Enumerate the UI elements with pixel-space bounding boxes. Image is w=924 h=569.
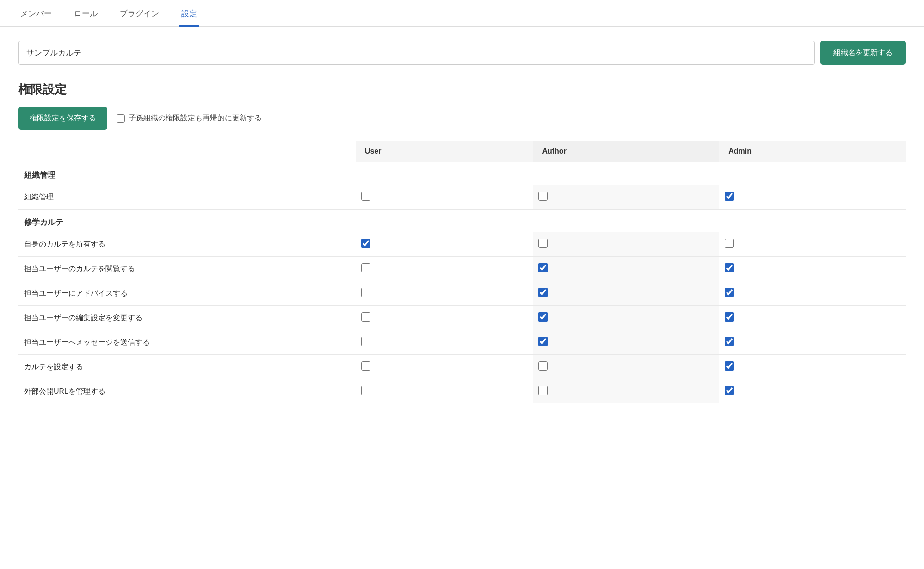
permissions-table: User Author Admin 組織管理 組織管理 修学カルテ 自身のカルテ…	[18, 141, 906, 403]
row-label: 担当ユーザーの編集設定を変更する	[18, 306, 356, 330]
checkbox-cell	[356, 185, 533, 210]
tab-bar: メンバー ロール プラグイン 設定	[0, 0, 924, 27]
table-row: 担当ユーザーへメッセージを送信する	[18, 330, 906, 355]
row-label: カルテを設定する	[18, 355, 356, 379]
permission-checkbox[interactable]	[361, 263, 370, 272]
search-row: 組織名を更新する	[18, 41, 906, 65]
tab-settings[interactable]: 設定	[179, 0, 199, 27]
checkbox-cell	[719, 232, 906, 257]
col-header-user: User	[356, 141, 533, 162]
tab-plugins[interactable]: プラグイン	[118, 0, 161, 27]
permission-checkbox[interactable]	[725, 337, 734, 346]
permission-checkbox[interactable]	[361, 288, 370, 297]
permission-checkbox[interactable]	[538, 239, 548, 248]
recursive-update-checkbox[interactable]	[117, 114, 125, 123]
recursive-update-text: 子孫組織の権限設定も再帰的に更新する	[129, 113, 262, 123]
permission-checkbox[interactable]	[725, 361, 734, 371]
checkbox-cell	[533, 330, 719, 355]
col-header-feature	[18, 141, 356, 162]
col-header-admin: Admin	[719, 141, 906, 162]
checkbox-cell	[533, 379, 719, 404]
permission-checkbox[interactable]	[725, 312, 734, 322]
checkbox-cell	[533, 257, 719, 281]
section-title: 権限設定	[18, 81, 906, 98]
checkbox-cell	[356, 355, 533, 379]
checkbox-cell	[533, 185, 719, 210]
group-label: 修学カルテ	[18, 210, 906, 233]
checkbox-cell	[719, 185, 906, 210]
permission-checkbox[interactable]	[361, 192, 370, 201]
row-label: 担当ユーザーへメッセージを送信する	[18, 330, 356, 355]
checkbox-cell	[719, 306, 906, 330]
checkbox-cell	[719, 379, 906, 404]
col-header-author: Author	[533, 141, 719, 162]
permission-checkbox[interactable]	[538, 288, 548, 297]
checkbox-cell	[719, 355, 906, 379]
checkbox-cell	[356, 257, 533, 281]
permission-checkbox[interactable]	[538, 386, 548, 395]
checkbox-cell	[719, 330, 906, 355]
row-label: 担当ユーザーのカルテを閲覧する	[18, 257, 356, 281]
row-label: 自身のカルテを所有する	[18, 232, 356, 257]
permission-checkbox[interactable]	[361, 386, 370, 395]
checkbox-cell	[533, 281, 719, 306]
table-row: 担当ユーザーのカルテを閲覧する	[18, 257, 906, 281]
permission-checkbox[interactable]	[538, 337, 548, 346]
permission-checkbox[interactable]	[725, 386, 734, 395]
row-label: 外部公開URLを管理する	[18, 379, 356, 404]
table-row: 外部公開URLを管理する	[18, 379, 906, 404]
update-org-name-button[interactable]: 組織名を更新する	[820, 41, 906, 65]
permission-checkbox[interactable]	[538, 263, 548, 272]
checkbox-cell	[356, 306, 533, 330]
checkbox-cell	[356, 330, 533, 355]
row-label: 組織管理	[18, 185, 356, 210]
checkbox-cell	[533, 355, 719, 379]
table-row: 自身のカルテを所有する	[18, 232, 906, 257]
checkbox-cell	[356, 281, 533, 306]
save-permissions-button[interactable]: 権限設定を保存する	[18, 107, 107, 130]
group-header-org-management: 組織管理	[18, 162, 906, 186]
checkbox-cell	[356, 232, 533, 257]
permission-checkbox[interactable]	[538, 192, 548, 201]
checkbox-cell	[533, 232, 719, 257]
permission-checkbox[interactable]	[725, 288, 734, 297]
permission-checkbox[interactable]	[725, 239, 734, 248]
table-row: 担当ユーザーの編集設定を変更する	[18, 306, 906, 330]
checkbox-cell	[719, 281, 906, 306]
checkbox-cell	[719, 257, 906, 281]
permission-checkbox[interactable]	[361, 312, 370, 322]
table-row: 組織管理	[18, 185, 906, 210]
table-row: カルテを設定する	[18, 355, 906, 379]
main-content: 組織名を更新する 権限設定 権限設定を保存する 子孫組織の権限設定も再帰的に更新…	[0, 27, 924, 417]
org-name-input[interactable]	[18, 41, 815, 65]
recursive-update-label[interactable]: 子孫組織の権限設定も再帰的に更新する	[117, 113, 262, 123]
group-label: 組織管理	[18, 162, 906, 186]
perms-actions: 権限設定を保存する 子孫組織の権限設定も再帰的に更新する	[18, 107, 906, 130]
tab-roles[interactable]: ロール	[72, 0, 99, 27]
tab-members[interactable]: メンバー	[18, 0, 54, 27]
permission-checkbox[interactable]	[538, 312, 548, 322]
permission-checkbox[interactable]	[361, 337, 370, 346]
row-label: 担当ユーザーにアドバイスする	[18, 281, 356, 306]
checkbox-cell	[533, 306, 719, 330]
checkbox-cell	[356, 379, 533, 404]
permission-checkbox[interactable]	[361, 239, 370, 248]
permission-checkbox[interactable]	[538, 361, 548, 371]
permission-checkbox[interactable]	[725, 263, 734, 272]
permission-checkbox[interactable]	[361, 361, 370, 371]
table-row: 担当ユーザーにアドバイスする	[18, 281, 906, 306]
permission-checkbox[interactable]	[725, 192, 734, 201]
group-header-study-karte: 修学カルテ	[18, 210, 906, 233]
